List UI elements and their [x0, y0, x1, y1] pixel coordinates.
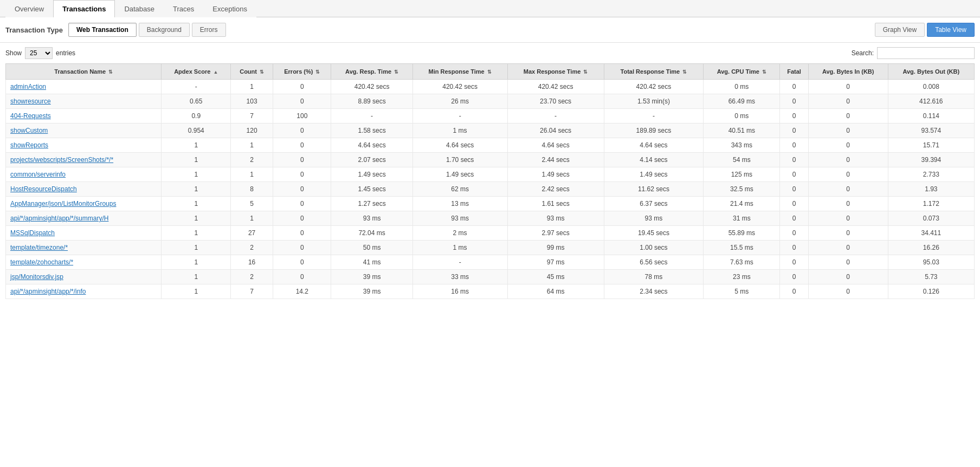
cell-name[interactable]: common/serverinfo	[6, 167, 162, 182]
tx-link[interactable]: adminAction	[10, 83, 46, 90]
cell-avgBytesIn: 0	[808, 270, 888, 284]
cell-apdex: 1	[162, 284, 231, 299]
col-avg-cpu[interactable]: Avg. CPU Time ⇅	[704, 64, 780, 80]
cell-minResp: -	[412, 109, 507, 124]
tx-link[interactable]: showReports	[10, 141, 48, 149]
tab-overview[interactable]: Overview	[5, 0, 53, 17]
col-fatal: Fatal	[780, 64, 808, 80]
cell-avgResp: 1.49 secs	[331, 167, 412, 182]
cell-name[interactable]: api/*/apminsight/app/*/summary/H	[6, 211, 162, 226]
view-graph[interactable]: Graph View	[875, 23, 925, 37]
cell-name[interactable]: showCustom	[6, 124, 162, 138]
cell-avgBytesOut: 16.26	[888, 241, 974, 255]
cell-minResp: 1.49 secs	[412, 167, 507, 182]
tx-link[interactable]: showresource	[10, 98, 51, 105]
cell-avgCpu: 54 ms	[704, 153, 780, 167]
cell-name[interactable]: api/*/apminsight/app/*/info	[6, 284, 162, 299]
cell-maxResp: 97 ms	[507, 255, 604, 270]
col-count[interactable]: Count ⇅	[231, 64, 273, 80]
cell-avgResp: 4.64 secs	[331, 138, 412, 153]
sort-icon-errors: ⇅	[315, 69, 320, 75]
view-table[interactable]: Table View	[927, 23, 975, 37]
cell-avgResp: 8.89 secs	[331, 94, 412, 109]
cell-name[interactable]: 404-Requests	[6, 109, 162, 124]
tx-link[interactable]: common/serverinfo	[10, 171, 66, 178]
cell-name[interactable]: jsp/Monitorsdiv.jsp	[6, 270, 162, 284]
sort-icon-avg-resp: ⇅	[394, 69, 398, 75]
search-input[interactable]	[877, 47, 975, 59]
cell-maxResp: 26.04 secs	[507, 124, 604, 138]
show-entries: Show 10 25 50 100 entries	[5, 47, 75, 59]
table-row: projects/webscripts/ScreenShots/*/*1202.…	[6, 153, 975, 167]
col-errors[interactable]: Errors (%) ⇅	[273, 64, 331, 80]
col-total-resp[interactable]: Total Response Time ⇅	[604, 64, 704, 80]
show-select[interactable]: 10 25 50 100	[25, 47, 53, 59]
cell-count: 2	[231, 270, 273, 284]
col-apdex[interactable]: Apdex Score ▲	[162, 64, 231, 80]
cell-avgResp: 1.45 secs	[331, 182, 412, 197]
cell-count: 7	[231, 109, 273, 124]
cell-apdex: 1	[162, 211, 231, 226]
cell-minResp: 62 ms	[412, 182, 507, 197]
cell-count: 2	[231, 241, 273, 255]
type-web[interactable]: Web Transaction	[68, 23, 137, 37]
col-avg-resp[interactable]: Avg. Resp. Time ⇅	[331, 64, 412, 80]
sort-icon-apdex: ▲	[213, 69, 218, 75]
cell-fatal: 0	[780, 197, 808, 211]
cell-maxResp: -	[507, 109, 604, 124]
cell-apdex: 0.954	[162, 124, 231, 138]
sort-icon-min-resp: ⇅	[487, 69, 492, 75]
table-row: api/*/apminsight/app/*/info1714.239 ms16…	[6, 284, 975, 299]
cell-name[interactable]: template/zohocharts/*	[6, 255, 162, 270]
tx-link[interactable]: api/*/apminsight/app/*/info	[10, 288, 86, 295]
cell-name[interactable]: template/timezone/*	[6, 241, 162, 255]
tab-exceptions[interactable]: Exceptions	[203, 0, 256, 17]
tx-link[interactable]: HostResourceDispatch	[10, 185, 77, 193]
cell-avgBytesIn: 0	[808, 255, 888, 270]
col-name[interactable]: Transaction Name ⇅	[6, 64, 162, 80]
tx-link[interactable]: template/timezone/*	[10, 244, 68, 251]
cell-totalResp: -	[604, 109, 704, 124]
cell-errors: 0	[273, 270, 331, 284]
cell-errors: 0	[273, 124, 331, 138]
type-errors[interactable]: Errors	[192, 23, 226, 37]
tab-transactions[interactable]: Transactions	[53, 0, 115, 17]
cell-maxResp: 45 ms	[507, 270, 604, 284]
type-bar: Transaction Type Web Transaction Backgro…	[0, 17, 980, 43]
sort-icon-name: ⇅	[108, 69, 113, 75]
tab-traces[interactable]: Traces	[164, 0, 203, 17]
cell-avgBytesOut: 93.574	[888, 124, 974, 138]
col-min-resp[interactable]: Min Response Time ⇅	[412, 64, 507, 80]
tx-link[interactable]: jsp/Monitorsdiv.jsp	[10, 273, 63, 281]
cell-avgCpu: 7.63 ms	[704, 255, 780, 270]
tx-link[interactable]: api/*/apminsight/app/*/summary/H	[10, 215, 108, 222]
table-row: showReports1104.64 secs4.64 secs4.64 sec…	[6, 138, 975, 153]
cell-name[interactable]: showReports	[6, 138, 162, 153]
type-background[interactable]: Background	[139, 23, 190, 37]
cell-name[interactable]: adminAction	[6, 80, 162, 94]
table-row: common/serverinfo1101.49 secs1.49 secs1.…	[6, 167, 975, 182]
cell-avgCpu: 5 ms	[704, 284, 780, 299]
cell-avgBytesOut: 34.411	[888, 226, 974, 241]
cell-maxResp: 93 ms	[507, 211, 604, 226]
tx-link[interactable]: template/zohocharts/*	[10, 258, 73, 266]
cell-errors: 100	[273, 109, 331, 124]
tx-link[interactable]: AppManager/json/ListMonitorGroups	[10, 200, 116, 207]
cell-avgBytesOut: 5.73	[888, 270, 974, 284]
cell-name[interactable]: AppManager/json/ListMonitorGroups	[6, 197, 162, 211]
tx-link[interactable]: projects/webscripts/ScreenShots/*/*	[10, 156, 113, 164]
cell-name[interactable]: showresource	[6, 94, 162, 109]
cell-name[interactable]: projects/webscripts/ScreenShots/*/*	[6, 153, 162, 167]
tx-link[interactable]: 404-Requests	[10, 112, 51, 120]
cell-apdex: 1	[162, 153, 231, 167]
cell-fatal: 0	[780, 124, 808, 138]
table-row: 404-Requests0.97100----0 ms000.114	[6, 109, 975, 124]
cell-name[interactable]: MSSqlDispatch	[6, 226, 162, 241]
tx-link[interactable]: MSSqlDispatch	[10, 229, 55, 237]
cell-name[interactable]: HostResourceDispatch	[6, 182, 162, 197]
cell-minResp: 1 ms	[412, 241, 507, 255]
col-max-resp[interactable]: Max Response Time ⇅	[507, 64, 604, 80]
cell-avgCpu: 15.5 ms	[704, 241, 780, 255]
tab-database[interactable]: Database	[115, 0, 164, 17]
tx-link[interactable]: showCustom	[10, 127, 48, 134]
